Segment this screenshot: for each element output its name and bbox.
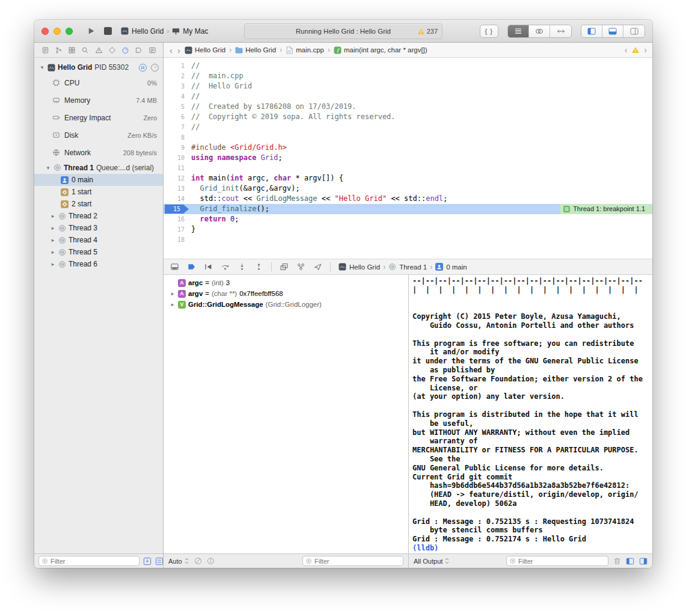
test-navigator-tab[interactable] bbox=[106, 45, 117, 55]
lldb-prompt[interactable]: (lldb) bbox=[412, 544, 649, 553]
source-editor[interactable]: 1//2// main.cpp3// Hello Grid4//5// Crea… bbox=[164, 58, 652, 259]
code-line[interactable]: 3// Hello Grid bbox=[164, 81, 652, 91]
close-window-button[interactable] bbox=[41, 28, 49, 35]
code-line[interactable]: 11 bbox=[164, 163, 652, 173]
debug-navigator-tab[interactable] bbox=[120, 45, 131, 55]
simulate-location-button[interactable] bbox=[313, 262, 322, 271]
back-button[interactable]: ‹ bbox=[169, 46, 173, 55]
continue-button[interactable] bbox=[204, 262, 213, 271]
toggle-debug-area-button[interactable] bbox=[602, 25, 623, 37]
thread-row[interactable]: ▸Thread 3 bbox=[34, 222, 163, 234]
instruction-pointer-badge[interactable]: 15 bbox=[165, 205, 189, 214]
gauge-row[interactable]: Energy ImpactZero bbox=[34, 109, 163, 126]
next-issue-button[interactable]: › bbox=[644, 45, 647, 55]
thread-row[interactable]: ▸Thread 5 bbox=[34, 246, 163, 258]
gauge-row[interactable]: Network208 bytes/s bbox=[34, 144, 163, 161]
zoom-window-button[interactable] bbox=[66, 28, 73, 35]
console-filter-field[interactable] bbox=[506, 556, 608, 566]
gauge-row[interactable]: DiskZero KB/s bbox=[34, 126, 163, 144]
issue-navigator-tab[interactable] bbox=[93, 45, 104, 55]
disclosure-triangle-icon[interactable]: ▾ bbox=[39, 64, 45, 70]
code-line[interactable]: 17} bbox=[164, 224, 652, 235]
breadcrumb-symbol[interactable]: f main(int argc, char * argv[]) bbox=[334, 46, 427, 54]
code-line[interactable]: 6// Copyright © 2019 sopa. All rights re… bbox=[164, 112, 652, 122]
stack-frame-row[interactable]: 2 start bbox=[34, 198, 163, 210]
breakpoint-annotation[interactable]: Thread 1: breakpoint 1.1 bbox=[560, 204, 652, 214]
code-line[interactable]: 18 bbox=[164, 235, 652, 245]
thread-group-row[interactable]: ▾ Thread 1 Queue:...d (serial) bbox=[34, 161, 163, 174]
disclosure-triangle-icon[interactable]: ▸ bbox=[50, 249, 56, 255]
process-gauge-button[interactable] bbox=[150, 63, 159, 72]
breakpoints-toggle-button[interactable] bbox=[187, 262, 196, 271]
console-output[interactable]: --|--|--|--|--|--|--|--|--|--|--|--|--|-… bbox=[409, 275, 652, 553]
variable-row[interactable]: Aargc=(int)3 bbox=[164, 277, 408, 288]
disclosure-triangle-icon[interactable]: ▸ bbox=[50, 225, 56, 231]
variables-scope-popup[interactable]: Auto bbox=[168, 557, 189, 565]
code-line[interactable]: 1// bbox=[164, 61, 652, 71]
disclosure-triangle-icon[interactable]: ▸ bbox=[50, 237, 56, 243]
report-navigator-tab[interactable] bbox=[147, 45, 158, 55]
minimize-window-button[interactable] bbox=[54, 28, 61, 35]
thread-row[interactable]: ▸Thread 4 bbox=[34, 234, 163, 246]
navigator-filter-field[interactable] bbox=[38, 556, 139, 566]
disclosure-triangle-icon[interactable]: ▸ bbox=[50, 213, 56, 219]
gauge-row[interactable]: Memory7.4 MB bbox=[34, 91, 163, 109]
variables-filter-input[interactable] bbox=[314, 558, 400, 565]
code-line[interactable]: 4// bbox=[164, 91, 652, 102]
code-line[interactable]: 15 Grid_finalize();Thread 1: breakpoint … bbox=[164, 204, 652, 214]
standard-editor-button[interactable] bbox=[508, 25, 529, 37]
symbol-navigator-tab[interactable] bbox=[67, 45, 78, 55]
memory-graph-button[interactable] bbox=[296, 262, 305, 271]
disclosure-triangle-icon[interactable]: ▸ bbox=[170, 301, 176, 307]
thread-row[interactable]: ▸Thread 6 bbox=[34, 258, 163, 270]
code-line[interactable]: 7// bbox=[164, 122, 652, 132]
code-line[interactable]: 5// Created by s1786208 on 17/03/2019. bbox=[164, 102, 652, 112]
disclosure-triangle-icon[interactable]: ▸ bbox=[170, 291, 176, 297]
view-options-button-2[interactable] bbox=[155, 557, 164, 565]
toggle-inspector-button[interactable] bbox=[623, 25, 645, 37]
breadcrumb-project[interactable]: Hello Grid bbox=[185, 46, 225, 54]
code-line[interactable]: 2// main.cpp bbox=[164, 71, 652, 81]
stack-frame-row[interactable]: 1 start bbox=[34, 186, 163, 198]
navigator-filter-input[interactable] bbox=[51, 558, 136, 565]
debug-crumb-frame[interactable]: 0 main bbox=[446, 263, 467, 271]
code-line[interactable]: 16 return 0; bbox=[164, 214, 652, 224]
code-line[interactable]: 10using namespace Grid; bbox=[164, 153, 652, 163]
version-editor-button[interactable] bbox=[550, 25, 571, 37]
thread-row[interactable]: ▸Thread 2 bbox=[34, 210, 163, 222]
stop-button[interactable] bbox=[99, 23, 116, 39]
step-over-button[interactable] bbox=[221, 262, 230, 271]
view-options-button-1[interactable] bbox=[143, 557, 152, 565]
step-into-button[interactable] bbox=[237, 262, 247, 271]
code-line[interactable]: 9#include <Grid/Grid.h> bbox=[164, 143, 652, 153]
source-control-navigator-tab[interactable] bbox=[53, 45, 64, 55]
project-navigator-tab[interactable] bbox=[40, 45, 51, 55]
variable-row[interactable]: ▸Aargv=(char **)0x7ffeefbff568 bbox=[164, 288, 408, 299]
console-filter-input[interactable] bbox=[518, 558, 605, 565]
console-scope-popup[interactable]: All Output bbox=[414, 557, 450, 565]
code-line[interactable]: 8 bbox=[164, 132, 652, 143]
scheme-selector[interactable]: Hello Grid › My Mac bbox=[121, 27, 208, 35]
info-button[interactable] bbox=[207, 557, 215, 565]
warning-count-badge[interactable]: 237 bbox=[417, 24, 438, 38]
process-row[interactable]: ▾ Hello Grid PID 55302 bbox=[34, 61, 163, 74]
pause-process-button[interactable] bbox=[138, 63, 147, 72]
gauge-row[interactable]: CPU0% bbox=[34, 74, 163, 91]
stack-frame-row[interactable]: 0 main bbox=[34, 174, 163, 186]
disclosure-triangle-icon[interactable]: ▾ bbox=[45, 165, 51, 171]
debug-crumb-process[interactable]: Hello Grid bbox=[349, 263, 380, 271]
debug-crumb-thread[interactable]: Thread 1 bbox=[399, 263, 427, 271]
step-out-button[interactable] bbox=[254, 262, 263, 271]
previous-issue-button[interactable]: ‹ bbox=[625, 45, 628, 55]
variables-filter-field[interactable] bbox=[302, 556, 403, 566]
run-button[interactable] bbox=[82, 23, 99, 39]
find-navigator-tab[interactable] bbox=[80, 45, 91, 55]
toggle-console-button[interactable] bbox=[639, 557, 648, 565]
forward-button[interactable]: › bbox=[177, 46, 181, 55]
disclosure-triangle-icon[interactable]: ▸ bbox=[50, 261, 56, 267]
ignore-breakpoints-button[interactable] bbox=[194, 557, 202, 565]
clear-console-button[interactable] bbox=[613, 557, 621, 565]
breadcrumb-group[interactable]: Hello Grid bbox=[235, 46, 276, 54]
toggle-navigator-button[interactable] bbox=[581, 25, 602, 37]
code-line[interactable]: 14 std::cout << GridLogMessage << "Hello… bbox=[164, 194, 652, 204]
